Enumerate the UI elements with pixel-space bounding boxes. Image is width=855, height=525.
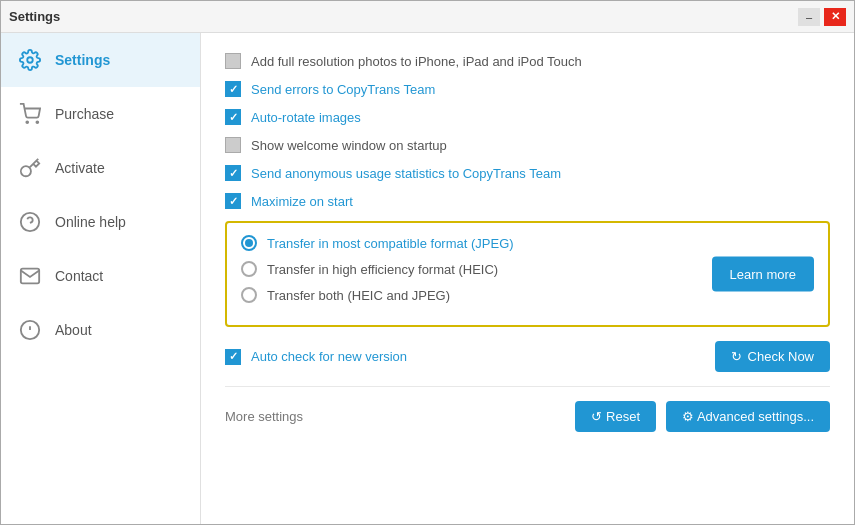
- radio-both[interactable]: [241, 287, 257, 303]
- sidebar-help-label: Online help: [55, 214, 126, 230]
- label-radio-jpeg: Transfer in most compatible format (JPEG…: [267, 236, 514, 251]
- setting-row-anonymous-stats: Send anonymous usage statistics to CopyT…: [225, 165, 830, 181]
- setting-row-auto-rotate: Auto-rotate images: [225, 109, 830, 125]
- check-now-button[interactable]: ↻ Check Now: [715, 341, 830, 372]
- sidebar-item-contact[interactable]: Contact: [1, 249, 200, 303]
- checkbox-maximize[interactable]: [225, 193, 241, 209]
- label-anonymous-stats: Send anonymous usage statistics to CopyT…: [251, 166, 561, 181]
- radio-heic[interactable]: [241, 261, 257, 277]
- sidebar-item-about[interactable]: About: [1, 303, 200, 357]
- sidebar: Settings Purchase Activ: [1, 33, 201, 524]
- checkbox-auto-rotate[interactable]: [225, 109, 241, 125]
- setting-row-full-resolution: Add full resolution photos to iPhone, iP…: [225, 53, 830, 69]
- radio-jpeg[interactable]: [241, 235, 257, 251]
- sidebar-about-label: About: [55, 322, 92, 338]
- minimize-button[interactable]: –: [798, 8, 820, 26]
- sidebar-contact-label: Contact: [55, 268, 103, 284]
- label-send-errors: Send errors to CopyTrans Team: [251, 82, 435, 97]
- about-icon: [17, 317, 43, 343]
- label-radio-heic: Transfer in high efficiency format (HEIC…: [267, 262, 498, 277]
- reset-button[interactable]: ↺ Reset: [575, 401, 656, 432]
- window-controls: – ✕: [798, 8, 846, 26]
- sidebar-item-purchase[interactable]: Purchase: [1, 87, 200, 141]
- setting-row-send-errors: Send errors to CopyTrans Team: [225, 81, 830, 97]
- purchase-icon: [17, 101, 43, 127]
- settings-icon: [17, 47, 43, 73]
- settings-window: Settings – ✕ Settings: [0, 0, 855, 525]
- setting-row-maximize: Maximize on start: [225, 193, 830, 209]
- label-auto-check: Auto check for new version: [251, 349, 407, 364]
- checkbox-welcome-window[interactable]: [225, 137, 241, 153]
- advanced-settings-button[interactable]: ⚙ Advanced settings...: [666, 401, 830, 432]
- checkbox-auto-check[interactable]: [225, 349, 241, 365]
- sidebar-item-online-help[interactable]: Online help: [1, 195, 200, 249]
- check-now-icon: ↻: [731, 349, 742, 364]
- label-maximize: Maximize on start: [251, 194, 353, 209]
- check-now-label: Check Now: [748, 349, 814, 364]
- window-title: Settings: [9, 9, 60, 24]
- format-section: Transfer in most compatible format (JPEG…: [225, 221, 830, 327]
- label-welcome-window: Show welcome window on startup: [251, 138, 447, 153]
- svg-point-0: [27, 57, 33, 63]
- more-settings-row: More settings ↺ Reset ⚙ Advanced setting…: [225, 386, 830, 432]
- learn-more-button[interactable]: Learn more: [712, 257, 814, 292]
- main-content-area: Settings Purchase Activ: [1, 33, 854, 524]
- checkbox-send-errors[interactable]: [225, 81, 241, 97]
- sidebar-settings-label: Settings: [55, 52, 110, 68]
- close-button[interactable]: ✕: [824, 8, 846, 26]
- sidebar-item-activate[interactable]: Activate: [1, 141, 200, 195]
- contact-icon: [17, 263, 43, 289]
- more-settings-label: More settings: [225, 409, 303, 424]
- setting-row-welcome-window: Show welcome window on startup: [225, 137, 830, 153]
- sidebar-purchase-label: Purchase: [55, 106, 114, 122]
- svg-point-2: [36, 121, 38, 123]
- more-settings-buttons: ↺ Reset ⚙ Advanced settings...: [575, 401, 830, 432]
- activate-icon: [17, 155, 43, 181]
- help-icon: [17, 209, 43, 235]
- label-radio-both: Transfer both (HEIC and JPEG): [267, 288, 450, 303]
- checkbox-anonymous-stats[interactable]: [225, 165, 241, 181]
- label-full-resolution: Add full resolution photos to iPhone, iP…: [251, 54, 582, 69]
- checkbox-full-resolution[interactable]: [225, 53, 241, 69]
- radio-row-jpeg: Transfer in most compatible format (JPEG…: [241, 235, 814, 251]
- titlebar: Settings – ✕: [1, 1, 854, 33]
- auto-check-row: Auto check for new version ↻ Check Now: [225, 341, 830, 372]
- sidebar-item-settings[interactable]: Settings: [1, 33, 200, 87]
- label-auto-rotate: Auto-rotate images: [251, 110, 361, 125]
- sidebar-activate-label: Activate: [55, 160, 105, 176]
- settings-panel: Add full resolution photos to iPhone, iP…: [201, 33, 854, 524]
- svg-point-1: [26, 121, 28, 123]
